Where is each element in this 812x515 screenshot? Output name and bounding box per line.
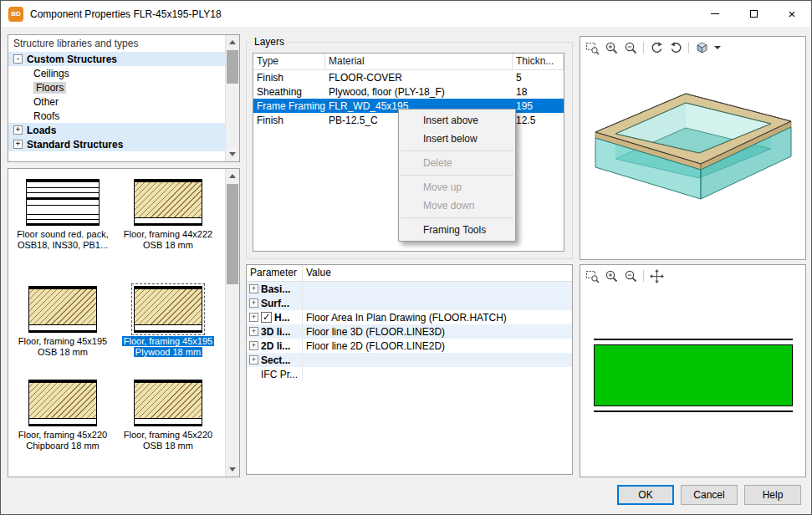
menu-item-insert-above[interactable]: Insert above xyxy=(399,111,515,130)
library-scrollbar[interactable] xyxy=(225,169,239,477)
preview-3d-panel xyxy=(580,36,806,260)
thumbnail-image xyxy=(28,380,97,426)
minimize-icon xyxy=(711,13,719,14)
param-label: 3D li... xyxy=(261,326,290,338)
tree-item-loads[interactable]: + Loads xyxy=(8,123,226,137)
toolbar-separator xyxy=(688,42,689,54)
thumbnail-floor-framing-45x195-osb[interactable]: Floor, framing 45x195OSB 18 mm xyxy=(12,286,114,358)
param-label: Sect... xyxy=(261,354,290,366)
tree-item-roofs[interactable]: Roofs xyxy=(8,109,226,123)
section-green-layer xyxy=(594,344,793,406)
dropdown-arrow-icon[interactable] xyxy=(714,46,721,49)
collapse-icon[interactable]: - xyxy=(13,54,23,64)
column-header-thickness[interactable]: Thickn... xyxy=(513,54,564,69)
expand-icon[interactable]: + xyxy=(13,140,23,149)
expand-icon[interactable]: + xyxy=(249,341,258,350)
param-row-2d-line[interactable]: +2D li... Floor line 2D (FLOOR.LINE2D) xyxy=(247,339,572,353)
expand-icon[interactable]: + xyxy=(249,327,258,336)
menu-item-insert-below[interactable]: Insert below xyxy=(399,130,515,148)
scroll-down-arrow[interactable] xyxy=(226,462,240,477)
scroll-up-arrow[interactable] xyxy=(226,35,240,49)
thumbnail-floor-sound-red-pack[interactable]: Floor sound red. pack,OSB18, INS30, PB1.… xyxy=(12,179,114,251)
preview-2d-toolbar xyxy=(580,265,805,287)
help-button[interactable]: Help xyxy=(744,485,801,505)
close-button[interactable]: × xyxy=(773,1,811,27)
rotate-right-icon[interactable] xyxy=(667,39,684,56)
param-row-3d-line[interactable]: +3D li... Floor line 3D (FLOOR.LINE3D) xyxy=(247,324,572,339)
scroll-up-arrow[interactable] xyxy=(226,169,240,183)
tree-item-custom-structures[interactable]: - Custom Structures xyxy=(8,52,226,66)
title-bar: BD Component Properties FLR-45x195-PLY18… xyxy=(1,1,811,27)
maximize-button[interactable] xyxy=(734,1,773,27)
zoom-in-icon[interactable] xyxy=(603,39,620,56)
section-top-line xyxy=(594,339,793,340)
tree-scrollbar[interactable] xyxy=(225,35,239,161)
preview-3d-scene[interactable] xyxy=(580,60,805,237)
thumbnail-floor-framing-45x220-osb[interactable]: Floor, framing 45x220OSB 18 mm xyxy=(117,380,219,451)
preview-2d-section[interactable] xyxy=(594,339,793,412)
column-header-value[interactable]: Value xyxy=(303,265,572,281)
layer-row-sheathing[interactable]: Sheathing Plywood, floor (PLY-18_F) 18 xyxy=(253,84,564,99)
zoom-window-icon[interactable] xyxy=(584,39,600,56)
tree-header: Structure libraries and types xyxy=(8,35,239,52)
thumbnail-floor-framing-45x195-plywood[interactable]: Floor, framing 45x195Plywood 18 mm xyxy=(117,286,219,358)
thumbnail-image xyxy=(134,179,202,226)
column-header-material[interactable]: Material xyxy=(325,54,513,69)
menu-item-framing-tools[interactable]: Framing Tools xyxy=(399,221,515,239)
thumbnail-floor-framing-44x222-osb[interactable]: Floor, framing 44x222OSB 18 mm xyxy=(117,179,219,251)
tree-item-ceilings[interactable]: Ceilings xyxy=(8,66,226,80)
rotate-left-icon[interactable] xyxy=(648,39,665,56)
param-label: IFC Pr... xyxy=(261,369,298,380)
layer-thickness: 18 xyxy=(513,86,564,98)
structure-tree-panel: Structure libraries and types - Custom S… xyxy=(8,34,240,162)
param-row-surface[interactable]: +Surf... xyxy=(247,296,572,310)
expand-icon[interactable]: + xyxy=(249,298,258,308)
thumbnail-label: Floor sound red. pack,OSB18, INS30, PB1.… xyxy=(12,229,114,251)
thumbnail-label: Floor, framing 45x220Chipboard 18 mm xyxy=(12,430,114,451)
scroll-down-arrow[interactable] xyxy=(226,147,240,161)
expand-icon[interactable]: + xyxy=(13,125,23,135)
param-row-basic[interactable]: +Basi... xyxy=(247,282,572,296)
menu-separator xyxy=(401,150,513,151)
thumbnail-image xyxy=(134,286,202,333)
zoom-in-icon[interactable] xyxy=(603,268,620,284)
tree-item-other[interactable]: Other xyxy=(8,94,226,109)
param-label: 2D li... xyxy=(261,340,290,352)
pan-icon[interactable] xyxy=(648,268,665,284)
render-mode-icon[interactable] xyxy=(693,39,710,56)
window-title: Component Properties FLR-45x195-PLY18 xyxy=(30,8,222,20)
ok-button[interactable]: OK xyxy=(617,485,674,505)
expand-icon[interactable]: + xyxy=(249,284,258,293)
menu-item-delete: Delete xyxy=(399,154,515,172)
scrollbar-thumb[interactable] xyxy=(227,50,238,84)
parameter-table-header: Parameter Value xyxy=(247,265,572,282)
thumbnail-label: Floor, framing 45x220OSB 18 mm xyxy=(117,430,219,451)
preview-2d-panel xyxy=(580,264,806,477)
cancel-button[interactable]: Cancel xyxy=(681,485,738,505)
column-header-type[interactable]: Type xyxy=(253,54,325,69)
layer-type: Frame Framing xyxy=(253,100,325,112)
thumbnail-image xyxy=(134,380,202,426)
tree-item-floors[interactable]: Floors xyxy=(8,80,226,94)
param-row-hatch[interactable]: +✓H... Floor Area In Plan Drawing (FLOOR… xyxy=(247,310,572,324)
layer-row-finish-top[interactable]: Finish FLOOR-COVER 5 xyxy=(253,70,564,84)
thumbnail-floor-framing-45x220-chipboard[interactable]: Floor, framing 45x220Chipboard 18 mm xyxy=(12,380,114,451)
zoom-out-icon[interactable] xyxy=(622,268,639,284)
menu-separator xyxy=(401,217,513,218)
expand-icon[interactable]: + xyxy=(249,355,258,365)
layer-thickness: 12.5 xyxy=(513,115,564,126)
expand-icon[interactable]: + xyxy=(249,313,258,322)
zoom-out-icon[interactable] xyxy=(622,39,639,56)
scrollbar-thumb[interactable] xyxy=(227,184,238,284)
param-row-section[interactable]: +Sect... xyxy=(247,353,572,367)
layer-material: Plywood, floor (PLY-18_F) xyxy=(325,86,513,98)
tree-item-standard-structures[interactable]: + Standard Structures xyxy=(8,137,226,151)
column-header-parameter[interactable]: Parameter xyxy=(247,265,303,281)
tree-item-label: Floors xyxy=(33,82,66,94)
minimize-button[interactable] xyxy=(696,1,734,27)
thumbnail-image xyxy=(28,286,97,333)
zoom-window-icon[interactable] xyxy=(584,268,600,284)
checkbox-checked[interactable]: ✓ xyxy=(261,312,272,323)
tree-item-label: Standard Structures xyxy=(27,139,123,150)
param-row-ifc-properties[interactable]: IFC Pr... xyxy=(247,367,572,381)
